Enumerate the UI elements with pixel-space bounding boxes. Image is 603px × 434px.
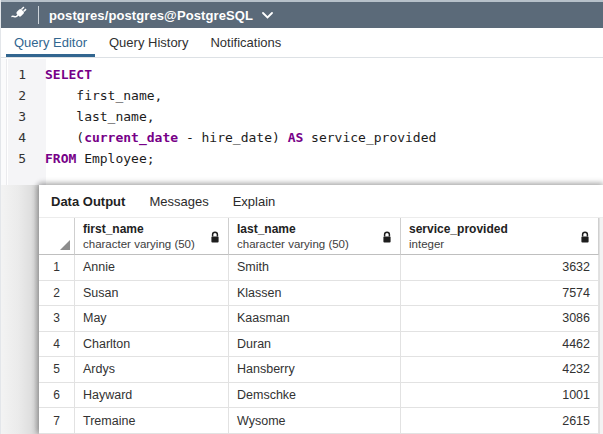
data-output-grid: first_namecharacter varying (50)last_nam…	[39, 218, 603, 434]
titlebar-separator	[38, 6, 39, 24]
connection-plug-icon	[10, 3, 30, 27]
cell-first_name[interactable]: Charlton	[75, 332, 229, 358]
cell-last_name[interactable]: Hansberry	[229, 357, 401, 383]
connection-status-button[interactable]	[1, 3, 38, 27]
cell-last_name[interactable]: Smith	[229, 255, 401, 281]
cell-service_provided[interactable]: 3086	[401, 306, 599, 332]
cell-last_name[interactable]: Kaasman	[229, 306, 401, 332]
cell-last_name[interactable]: Duran	[229, 332, 401, 358]
tab-explain[interactable]: Explain	[233, 194, 276, 209]
code-line[interactable]: 3 last_name,	[1, 106, 603, 127]
column-name: last_name	[237, 222, 400, 237]
query-tool-window: postgres/postgres@PostgreSQL Query Edito…	[0, 0, 603, 434]
code-text: first_name,	[36, 85, 162, 106]
cell-service_provided[interactable]: 4232	[401, 357, 599, 383]
table-row: 5ArdysHansberry4232	[39, 357, 603, 383]
code-line[interactable]: 2 first_name,	[1, 85, 603, 106]
results-panel: Data Output Messages Explain first_namec…	[39, 185, 603, 434]
cell-first_name[interactable]: Susan	[75, 281, 229, 307]
line-number: 4	[1, 127, 36, 148]
cell-first_name[interactable]: Annie	[75, 255, 229, 281]
sql-editor[interactable]: 1SELECT2 first_name,3 last_name,4 (curre…	[1, 59, 603, 185]
table-row: 6HaywardDemschke1001	[39, 383, 603, 409]
grid-right-filler	[599, 218, 603, 434]
row-number[interactable]: 3	[39, 306, 75, 332]
line-number: 3	[1, 106, 36, 127]
connection-titlebar: postgres/postgres@PostgreSQL	[1, 2, 603, 28]
lock-icon	[579, 230, 591, 248]
cell-first_name[interactable]: Tremaine	[75, 408, 229, 434]
code-text: SELECT	[36, 64, 92, 85]
tab-messages[interactable]: Messages	[149, 194, 208, 209]
cell-service_provided[interactable]: 4462	[401, 332, 599, 358]
tab-notifications[interactable]: Notifications	[199, 28, 292, 57]
column-name: service_provided	[409, 222, 598, 237]
table-row: 1AnnieSmith3632	[39, 255, 603, 281]
row-number[interactable]: 7	[39, 408, 75, 434]
line-number: 5	[1, 148, 36, 169]
column-header-first_name[interactable]: first_namecharacter varying (50)	[75, 218, 229, 255]
cell-first_name[interactable]: Ardys	[75, 357, 229, 383]
column-name: first_name	[83, 222, 228, 237]
row-number[interactable]: 6	[39, 383, 75, 409]
table-row: 7TremaineWysome2615	[39, 408, 603, 434]
cell-service_provided[interactable]: 1001	[401, 383, 599, 409]
column-header-service_provided[interactable]: service_providedinteger	[401, 218, 599, 255]
row-number[interactable]: 1	[39, 255, 75, 281]
cell-first_name[interactable]: Hayward	[75, 383, 229, 409]
code-text: last_name,	[36, 106, 155, 127]
cell-service_provided[interactable]: 2615	[401, 408, 599, 434]
code-text: FROM Employee;	[36, 148, 155, 169]
code-line[interactable]: 5FROM Employee;	[1, 148, 603, 169]
results-tabbar: Data Output Messages Explain	[39, 185, 603, 218]
cell-last_name[interactable]: Klassen	[229, 281, 401, 307]
table-row: 3MayKaasman3086	[39, 306, 603, 332]
connection-label[interactable]: postgres/postgres@PostgreSQL	[49, 8, 253, 23]
table-row: 2SusanKlassen7574	[39, 281, 603, 307]
column-type: character varying (50)	[83, 237, 228, 251]
column-type: integer	[409, 237, 598, 251]
lock-icon	[209, 230, 221, 248]
row-number[interactable]: 5	[39, 357, 75, 383]
line-number: 2	[1, 85, 36, 106]
grid-body: 1AnnieSmith36322SusanKlassen75743MayKaas…	[39, 255, 603, 434]
column-type: character varying (50)	[237, 237, 400, 251]
code-line[interactable]: 1SELECT	[1, 64, 603, 85]
row-number[interactable]: 4	[39, 332, 75, 358]
grid-header-row: first_namecharacter varying (50)last_nam…	[39, 218, 603, 255]
query-tool-tabbar: Query Editor Query History Notifications	[1, 28, 603, 58]
tab-query-editor[interactable]: Query Editor	[3, 28, 98, 57]
cell-service_provided[interactable]: 3632	[401, 255, 599, 281]
select-all-triangle-icon	[60, 240, 70, 250]
cell-first_name[interactable]: May	[75, 306, 229, 332]
lock-icon	[381, 230, 393, 248]
sql-code[interactable]: 1SELECT2 first_name,3 last_name,4 (curre…	[1, 64, 603, 169]
row-number[interactable]: 2	[39, 281, 75, 307]
code-text: (current_date - hire_date) AS service_pr…	[36, 127, 436, 148]
code-line[interactable]: 4 (current_date - hire_date) AS service_…	[1, 127, 603, 148]
tab-data-output[interactable]: Data Output	[51, 194, 125, 209]
cell-last_name[interactable]: Demschke	[229, 383, 401, 409]
line-number: 1	[1, 64, 36, 85]
table-row: 4CharltonDuran4462	[39, 332, 603, 358]
column-header-last_name[interactable]: last_namecharacter varying (50)	[229, 218, 401, 255]
cell-service_provided[interactable]: 7574	[401, 281, 599, 307]
chevron-down-icon[interactable]	[262, 12, 273, 19]
select-all-corner[interactable]	[39, 218, 75, 255]
cell-last_name[interactable]: Wysome	[229, 408, 401, 434]
tab-query-history[interactable]: Query History	[98, 28, 199, 57]
panel-background	[1, 185, 39, 434]
